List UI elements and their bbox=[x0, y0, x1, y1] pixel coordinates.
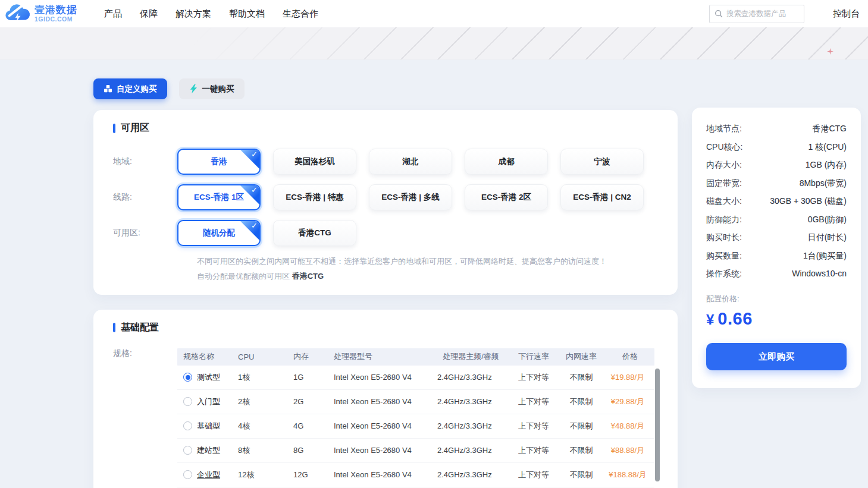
table-header-cell: 处理器主频/睿频 bbox=[431, 351, 510, 362]
spec-row-enterprise[interactable]: 企业型12核12GIntel Xeon E5-2680 V42.4GHz/3.3… bbox=[177, 463, 654, 487]
summary-item: 购买数量:1台(购买量) bbox=[706, 251, 847, 262]
table-scrollbar[interactable] bbox=[655, 369, 660, 481]
line-ecs-hk-cn2[interactable]: ECS-香港 | CN2 bbox=[560, 184, 644, 210]
banner-strip bbox=[0, 27, 868, 60]
radio-unselected[interactable] bbox=[183, 470, 192, 479]
row-label: 可用区: bbox=[113, 228, 177, 238]
logo[interactable]: 壹港数据 1GIDC.COM bbox=[5, 2, 91, 26]
summary-item-label: 购买数量: bbox=[706, 251, 742, 262]
spec-row-entry[interactable]: 入门型2核2GIntel Xeon E5-2680 V42.4GHz/3.3GH… bbox=[177, 390, 654, 414]
lightning-icon bbox=[189, 84, 198, 93]
spec-table-header: 规格名称CPU内存处理器型号处理器主频/睿频下行速率内网速率价格 bbox=[177, 348, 654, 366]
spec-table: 规格名称CPU内存处理器型号处理器主频/睿频下行速率内网速率价格 测试型1核1G… bbox=[177, 348, 654, 487]
summary-item-label: 固定带宽: bbox=[706, 178, 742, 189]
option-row: 地域:香港✓美国洛杉矶湖北成都宁波 bbox=[113, 149, 658, 175]
summary-item-label: 地域节点: bbox=[706, 124, 742, 134]
table-header-cell: 下行速率 bbox=[510, 351, 557, 362]
region-usa-la[interactable]: 美国洛杉矶 bbox=[273, 149, 356, 175]
spec-name: 基础型 bbox=[197, 421, 220, 432]
table-header-cell: CPU bbox=[232, 352, 287, 361]
line-ecs-hk-2[interactable]: ECS-香港 2区 bbox=[465, 184, 548, 210]
summary-item: 防御能力:0GB(防御) bbox=[706, 215, 847, 225]
page-content: 自定义购买 一键购买 可用区 地域:香港✓美国洛杉矶湖北成都宁波线路:ECS-香… bbox=[0, 60, 868, 488]
region-chengdu[interactable]: 成都 bbox=[465, 149, 548, 175]
row-label: 地域: bbox=[113, 156, 177, 167]
total-price: ¥0.66 bbox=[706, 309, 847, 329]
search-icon bbox=[715, 10, 723, 18]
spec-name: 入门型 bbox=[197, 396, 220, 407]
spec-name: 测试型 bbox=[197, 372, 220, 383]
option-row: 线路:ECS-香港 1区✓ECS-香港 | 特惠ECS-香港 | 多线ECS-香… bbox=[113, 184, 658, 210]
table-header-cell: 内网速率 bbox=[557, 351, 606, 362]
spec-price: ¥88.88/月 bbox=[606, 445, 654, 456]
spec-row-test[interactable]: 测试型1核1GIntel Xeon E5-2680 V42.4GHz/3.3GH… bbox=[177, 366, 654, 390]
nav-item-ecosystem[interactable]: 生态合作 bbox=[283, 8, 318, 20]
summary-item-value: 8Mbps(带宽) bbox=[800, 178, 847, 189]
zone-random[interactable]: 随机分配✓ bbox=[177, 220, 261, 246]
spec-row-site[interactable]: 建站型8核8GIntel Xeon E5-2680 V42.4GHz/3.3GH… bbox=[177, 439, 654, 463]
line-ecs-hk-discount[interactable]: ECS-香港 | 特惠 bbox=[273, 184, 356, 210]
spec-name: 建站型 bbox=[197, 445, 220, 456]
region-hongkong[interactable]: 香港✓ bbox=[177, 149, 261, 175]
summary-item-label: 购买时长: bbox=[706, 232, 742, 243]
summary-item: 磁盘大小:30GB + 30GB (磁盘) bbox=[706, 196, 847, 207]
table-header-cell: 价格 bbox=[606, 351, 654, 362]
summary-item: 购买时长:日付(时长) bbox=[706, 232, 847, 243]
summary-item-value: 日付(时长) bbox=[808, 232, 847, 243]
summary-item-value: 1台(购买量) bbox=[803, 251, 847, 262]
line-ecs-hk-multi[interactable]: ECS-香港 | 多线 bbox=[369, 184, 452, 210]
availability-card: 可用区 地域:香港✓美国洛杉矶湖北成都宁波线路:ECS-香港 1区✓ECS-香港… bbox=[93, 110, 678, 295]
summary-card: 地域节点:香港CTGCPU核心:1 核(CPU)内存大小:1GB (内存)固定带… bbox=[692, 108, 861, 388]
purchase-mode-tabs: 自定义购买 一键购买 bbox=[93, 78, 678, 99]
availability-section-title: 可用区 bbox=[113, 122, 658, 134]
summary-item-value: 0GB(防御) bbox=[808, 215, 847, 225]
radio-selected[interactable] bbox=[183, 373, 192, 382]
tab-one-click-buy[interactable]: 一键购买 bbox=[179, 78, 245, 99]
nav-item-products[interactable]: 产品 bbox=[104, 8, 122, 20]
nav-item-docs[interactable]: 帮助文档 bbox=[229, 8, 265, 20]
base-config-card: 基础配置 规格: 规格名称CPU内存处理器型号处理器主频/睿频下行速率内网速率价… bbox=[93, 310, 678, 488]
table-header-cell: 内存 bbox=[287, 351, 328, 362]
nav-item-guarantee[interactable]: 保障 bbox=[140, 8, 158, 20]
summary-item-value: 1 核(CPU) bbox=[808, 142, 847, 153]
table-header-cell: 处理器型号 bbox=[328, 351, 431, 362]
summary-item: 地域节点:香港CTG bbox=[706, 124, 847, 134]
blocks-icon bbox=[104, 84, 112, 93]
summary-item: 固定带宽:8Mbps(带宽) bbox=[706, 178, 847, 189]
radio-unselected[interactable] bbox=[183, 421, 192, 430]
spec-row-basic[interactable]: 基础型4核4GIntel Xeon E5-2680 V42.4GHz/3.3GH… bbox=[177, 414, 654, 439]
summary-item-label: 防御能力: bbox=[706, 215, 742, 225]
option-row: 可用区:随机分配✓香港CTG bbox=[113, 220, 658, 246]
summary-item-value: 30GB + 30GB (磁盘) bbox=[770, 196, 847, 207]
spec-price: ¥188.88/月 bbox=[606, 469, 654, 481]
search-input[interactable] bbox=[726, 10, 799, 18]
table-header-cell: 规格名称 bbox=[177, 351, 232, 362]
zone-hk-ctg[interactable]: 香港CTG bbox=[273, 220, 356, 246]
logo-title: 壹港数据 bbox=[35, 5, 77, 15]
note-line-1: 不同可用区的实例之间内网可能互不相通：选择靠近您客户的地域和可用区，可降低网络时… bbox=[197, 256, 658, 268]
radio-unselected[interactable] bbox=[183, 397, 192, 406]
spec-price: ¥19.88/月 bbox=[606, 371, 654, 383]
search-box[interactable] bbox=[709, 5, 804, 23]
console-link[interactable]: 控制台 bbox=[833, 8, 860, 20]
note-line-2: 自动分配最优配额的可用区 香港CTG bbox=[197, 270, 658, 283]
row-label: 线路: bbox=[113, 192, 177, 203]
price-label: 配置价格: bbox=[706, 294, 847, 304]
radio-unselected[interactable] bbox=[183, 446, 192, 455]
base-config-section-title: 基础配置 bbox=[113, 322, 658, 334]
summary-item-label: 内存大小: bbox=[706, 160, 742, 171]
summary-item: CPU核心:1 核(CPU) bbox=[706, 142, 847, 153]
summary-item-value: Windows10-cn bbox=[792, 269, 847, 279]
line-ecs-hk-1[interactable]: ECS-香港 1区✓ bbox=[177, 184, 261, 210]
top-bar: 壹港数据 1GIDC.COM 产品保障解决方案帮助文档生态合作 控制台 bbox=[0, 0, 868, 27]
region-hubei[interactable]: 湖北 bbox=[369, 149, 452, 175]
spec-row-label: 规格: bbox=[113, 348, 177, 359]
summary-item-value: 香港CTG bbox=[812, 124, 847, 134]
spec-price: ¥48.88/月 bbox=[606, 420, 654, 432]
nav-item-solutions[interactable]: 解决方案 bbox=[176, 8, 211, 20]
availability-notes: 不同可用区的实例之间内网可能互不相通：选择靠近您客户的地域和可用区，可降低网络时… bbox=[113, 256, 658, 283]
spec-name: 企业型 bbox=[197, 470, 220, 480]
tab-custom-buy[interactable]: 自定义购买 bbox=[93, 78, 167, 99]
buy-now-button[interactable]: 立即购买 bbox=[706, 343, 847, 370]
region-ningbo[interactable]: 宁波 bbox=[560, 149, 644, 175]
